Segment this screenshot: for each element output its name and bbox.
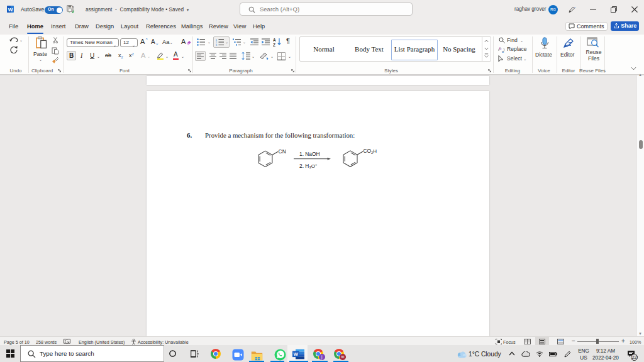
svg-text:2. H3O+: 2. H3O+ xyxy=(299,163,317,170)
svg-text:3: 3 xyxy=(216,44,217,46)
svg-text:1: 1 xyxy=(216,39,217,41)
svg-text:W: W xyxy=(293,351,298,357)
svg-text:A: A xyxy=(273,38,276,42)
svg-text:s: s xyxy=(574,6,575,9)
svg-text:n: n xyxy=(72,5,74,8)
svg-text:Z: Z xyxy=(273,43,275,47)
svg-text:CN: CN xyxy=(279,148,286,155)
svg-text:W: W xyxy=(8,7,13,13)
svg-text:1. NaOH: 1. NaOH xyxy=(299,151,320,157)
svg-text:CO2H: CO2H xyxy=(363,148,377,155)
